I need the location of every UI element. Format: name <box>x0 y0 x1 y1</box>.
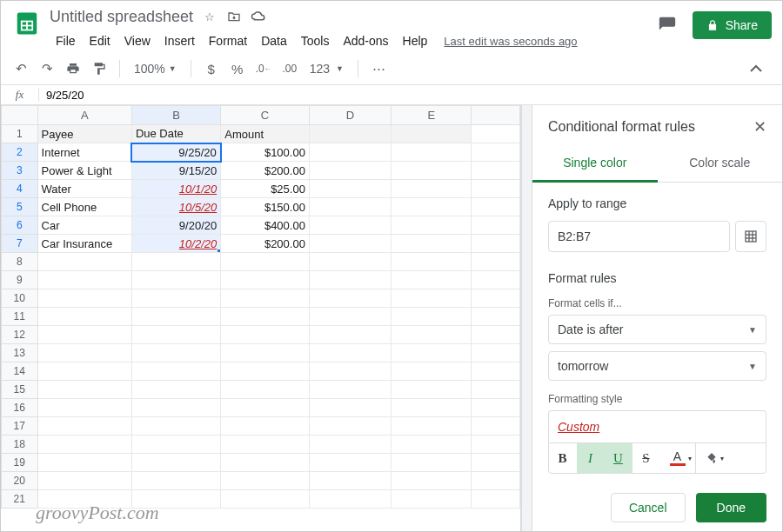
row-header-14[interactable]: 14 <box>2 362 38 381</box>
cell-C16[interactable] <box>221 399 310 417</box>
underline-button[interactable]: U <box>605 443 632 473</box>
col-header-D[interactable]: D <box>309 106 391 125</box>
row-header-2[interactable]: 2 <box>2 143 38 162</box>
cell-extra-12[interactable] <box>472 326 520 344</box>
cell-A17[interactable] <box>37 417 131 436</box>
cell-D12[interactable] <box>309 326 391 344</box>
cell-A6[interactable]: Car <box>37 216 131 235</box>
cell-D20[interactable] <box>309 472 391 490</box>
cell-C1[interactable]: Amount <box>221 125 310 143</box>
doc-title[interactable]: Untitled spreadsheet <box>50 8 193 26</box>
select-range-icon[interactable] <box>735 221 766 252</box>
cell-C8[interactable] <box>221 253 310 271</box>
cell-A18[interactable] <box>37 436 131 454</box>
cell-A15[interactable] <box>37 381 131 399</box>
cell-A12[interactable] <box>37 326 131 344</box>
cancel-button[interactable]: Cancel <box>611 493 686 522</box>
cell-E1[interactable] <box>392 125 472 143</box>
cell-D13[interactable] <box>309 344 391 362</box>
cell-extra-5[interactable] <box>472 198 520 216</box>
menu-file[interactable]: File <box>50 30 82 51</box>
cell-D18[interactable] <box>309 436 391 454</box>
cell-B12[interactable] <box>131 326 220 344</box>
cell-extra-17[interactable] <box>472 417 520 436</box>
cell-D3[interactable] <box>309 162 391 180</box>
star-icon[interactable]: ☆ <box>202 9 218 24</box>
col-header-E[interactable]: E <box>392 106 472 125</box>
row-header-3[interactable]: 3 <box>2 162 38 180</box>
row-header-19[interactable]: 19 <box>2 454 38 472</box>
cell-C17[interactable] <box>221 417 310 436</box>
tab-single-color[interactable]: Single color <box>532 145 658 183</box>
collapse-toolbar-icon[interactable] <box>739 59 773 79</box>
cell-B14[interactable] <box>131 362 220 381</box>
cell-B13[interactable] <box>131 344 220 362</box>
cell-D21[interactable] <box>309 490 391 509</box>
cell-A4[interactable]: Water <box>37 180 131 198</box>
cell-C9[interactable] <box>221 271 310 289</box>
cell-D19[interactable] <box>309 454 391 472</box>
cell-A16[interactable] <box>37 399 131 417</box>
cell-extra-3[interactable] <box>472 162 520 180</box>
cell-extra-1[interactable] <box>472 125 520 143</box>
cell-extra-14[interactable] <box>472 362 520 381</box>
last-edit[interactable]: Last edit was seconds ago <box>444 35 577 48</box>
cell-D5[interactable] <box>309 198 391 216</box>
cell-B1[interactable]: Due Date <box>131 125 220 143</box>
cell-E15[interactable] <box>392 381 472 399</box>
col-header-B[interactable]: B <box>131 106 220 125</box>
cell-B8[interactable] <box>131 253 220 271</box>
cell-A9[interactable] <box>37 271 131 289</box>
cell-C6[interactable]: $400.00 <box>221 216 310 235</box>
row-header-8[interactable]: 8 <box>2 253 38 271</box>
cell-extra-16[interactable] <box>472 399 520 417</box>
row-header-20[interactable]: 20 <box>2 472 38 490</box>
undo-icon[interactable]: ↶ <box>10 57 32 80</box>
cell-extra-15[interactable] <box>472 381 520 399</box>
cell-B15[interactable] <box>131 381 220 399</box>
cell-C18[interactable] <box>221 436 310 454</box>
row-header-6[interactable]: 6 <box>2 216 38 235</box>
cell-D7[interactable] <box>309 235 391 253</box>
col-header-C[interactable]: C <box>221 106 310 125</box>
range-input[interactable] <box>548 221 730 252</box>
cell-E14[interactable] <box>392 362 472 381</box>
spreadsheet-grid[interactable]: ABCDE1PayeeDue DateAmount2Internet9/25/2… <box>1 105 520 509</box>
row-header-13[interactable]: 13 <box>2 344 38 362</box>
cell-D6[interactable] <box>309 216 391 235</box>
cell-extra-20[interactable] <box>472 472 520 490</box>
cell-extra-18[interactable] <box>472 436 520 454</box>
cell-E2[interactable] <box>392 143 472 162</box>
row-header-18[interactable]: 18 <box>2 436 38 454</box>
row-header-1[interactable]: 1 <box>2 125 38 143</box>
row-header-12[interactable]: 12 <box>2 326 38 344</box>
cell-B19[interactable] <box>131 454 220 472</box>
row-header-5[interactable]: 5 <box>2 198 38 216</box>
cell-C11[interactable] <box>221 308 310 326</box>
col-header-extra[interactable] <box>472 106 520 125</box>
cell-B16[interactable] <box>131 399 220 417</box>
row-header-7[interactable]: 7 <box>2 235 38 253</box>
cell-A2[interactable]: Internet <box>37 143 131 162</box>
cell-A11[interactable] <box>37 308 131 326</box>
cell-D16[interactable] <box>309 399 391 417</box>
cell-extra-8[interactable] <box>472 253 520 271</box>
row-header-10[interactable]: 10 <box>2 289 38 308</box>
cell-A3[interactable]: Power & Light <box>37 162 131 180</box>
more-toolbar-icon[interactable]: ⋯ <box>367 57 390 80</box>
cell-E18[interactable] <box>392 436 472 454</box>
cell-B20[interactable] <box>131 472 220 490</box>
cell-C15[interactable] <box>221 381 310 399</box>
cell-E21[interactable] <box>392 490 472 509</box>
close-icon[interactable]: ✕ <box>753 117 766 136</box>
row-header-15[interactable]: 15 <box>2 381 38 399</box>
currency-icon[interactable]: $ <box>200 57 223 80</box>
strikethrough-button[interactable]: S <box>632 443 660 473</box>
move-folder-icon[interactable] <box>226 9 242 24</box>
row-header-9[interactable]: 9 <box>2 271 38 289</box>
cell-A8[interactable] <box>37 253 131 271</box>
cell-extra-19[interactable] <box>472 454 520 472</box>
cell-B2[interactable]: 9/25/20 <box>131 143 220 162</box>
zoom-select[interactable]: 100% ▼ <box>129 60 182 77</box>
cell-B4[interactable]: 10/1/20 <box>131 180 220 198</box>
